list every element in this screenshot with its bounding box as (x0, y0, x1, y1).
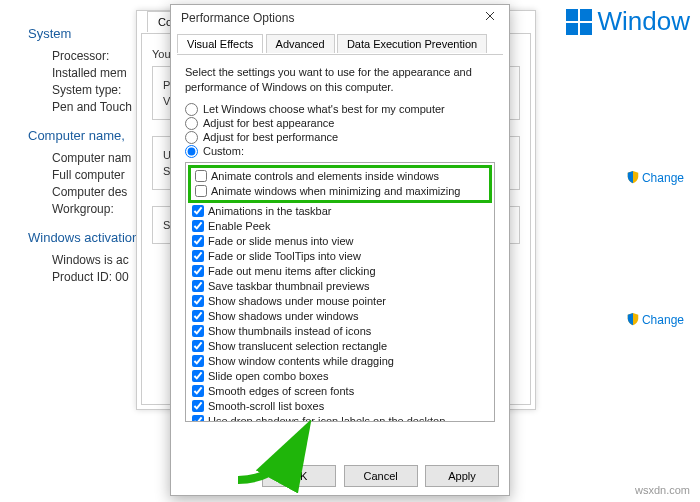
close-icon (485, 11, 495, 21)
title-bar: Performance Options (171, 5, 509, 31)
highlight-box: Animate controls and elements inside win… (188, 165, 492, 203)
opt-item[interactable]: Save taskbar thumbnail previews (188, 279, 492, 294)
tab-advanced[interactable]: Advanced (266, 34, 335, 53)
apply-button[interactable]: Apply (425, 465, 499, 487)
dialog-buttons: OK Cancel Apply (258, 465, 499, 487)
shield-icon (626, 170, 640, 184)
opt-item[interactable]: Show thumbnails instead of icons (188, 324, 492, 339)
opt-item[interactable]: Smooth-scroll list boxes (188, 399, 492, 414)
tab-content: Select the settings you want to use for … (171, 55, 509, 432)
opt-item[interactable]: Fade or slide ToolTips into view (188, 249, 492, 264)
performance-options-dialog: Performance Options Visual Effects Advan… (170, 4, 510, 496)
options-list[interactable]: Animate controls and elements inside win… (185, 162, 495, 422)
dialog-title: Performance Options (181, 11, 294, 25)
radio-best-appearance[interactable]: Adjust for best appearance (185, 117, 495, 130)
tab-strip: Visual Effects Advanced Data Execution P… (177, 33, 503, 55)
radio-custom[interactable]: Custom: (185, 145, 495, 158)
ok-button[interactable]: OK (262, 465, 336, 487)
opt-item[interactable]: Show shadows under windows (188, 309, 492, 324)
opt-item[interactable]: Enable Peek (188, 219, 492, 234)
close-button[interactable] (475, 7, 505, 27)
opt-item[interactable]: Smooth edges of screen fonts (188, 384, 492, 399)
opt-item[interactable]: Show window contents while dragging (188, 354, 492, 369)
opt-item[interactable]: Use drop shadows for icon labels on the … (188, 414, 492, 422)
opt-animate-windows[interactable]: Animate windows when minimizing and maxi… (191, 184, 489, 199)
opt-item[interactable]: Show translucent selection rectangle (188, 339, 492, 354)
radio-best-performance[interactable]: Adjust for best performance (185, 131, 495, 144)
shield-icon (626, 312, 640, 326)
opt-animate-controls[interactable]: Animate controls and elements inside win… (191, 169, 489, 184)
change-settings-link-2[interactable]: Change (626, 312, 684, 327)
opt-item[interactable]: Fade out menu items after clicking (188, 264, 492, 279)
windows-logo: Window (566, 6, 690, 37)
windows-icon (566, 9, 592, 35)
cancel-button[interactable]: Cancel (344, 465, 418, 487)
opt-item[interactable]: Animations in the taskbar (188, 204, 492, 219)
tab-visual-effects[interactable]: Visual Effects (177, 34, 263, 53)
description-text: Select the settings you want to use for … (185, 65, 495, 95)
watermark: wsxdn.com (635, 484, 690, 496)
change-settings-link-1[interactable]: Change (626, 170, 684, 185)
opt-item[interactable]: Show shadows under mouse pointer (188, 294, 492, 309)
radio-let-windows-choose[interactable]: Let Windows choose what's best for my co… (185, 103, 495, 116)
opt-item[interactable]: Slide open combo boxes (188, 369, 492, 384)
opt-item[interactable]: Fade or slide menus into view (188, 234, 492, 249)
tab-dep[interactable]: Data Execution Prevention (337, 34, 487, 53)
